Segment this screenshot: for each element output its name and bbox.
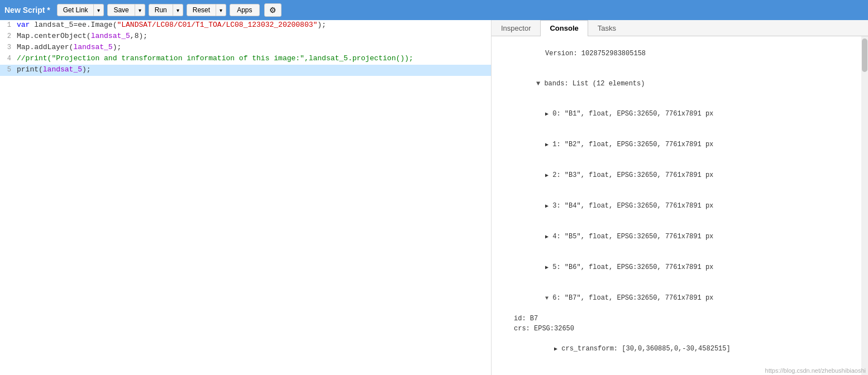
band-4-text: 4: "B5", float, EPSG:32650, 7761x7891 px xyxy=(552,233,713,241)
tab-tasks[interactable]: Tasks xyxy=(588,20,626,36)
scrollbar[interactable] xyxy=(861,36,868,375)
save-group: Save ▾ xyxy=(107,4,145,16)
band-3-toggle[interactable] xyxy=(545,202,549,210)
line-content-5: print(landsat_5); xyxy=(17,65,491,74)
line-number-4: 4 xyxy=(0,54,17,62)
band-0-text: 0: "B1", float, EPSG:32650, 7761x7891 px xyxy=(552,110,713,118)
band-3-line[interactable]: 3: "B4", float, EPSG:32650, 7761x7891 px xyxy=(496,191,857,222)
band-1-text: 1: "B2", float, EPSG:32650, 7761x7891 px xyxy=(552,141,713,148)
band-1-line[interactable]: 1: "B2", float, EPSG:32650, 7761x7891 px xyxy=(496,129,857,160)
band-2-line[interactable]: 2: "B3", float, EPSG:32650, 7761x7891 px xyxy=(496,160,857,191)
tab-console[interactable]: Console xyxy=(540,20,588,36)
save-button[interactable]: Save xyxy=(107,4,135,16)
band-6-crs-transform-label: crs_transform: [30,0,360885,0,-30,458251… xyxy=(561,345,730,353)
line-content-2: Map.centerObject(landsat_5,8); xyxy=(17,32,491,40)
band-2-toggle[interactable] xyxy=(545,171,549,179)
band-6-crs: crs: EPSG:32650 xyxy=(496,324,857,334)
line-number-5: 5 xyxy=(0,65,17,74)
band-4-toggle[interactable] xyxy=(545,233,549,241)
band-5-text: 5: "B6", float, EPSG:32650, 7761x7891 px xyxy=(552,263,713,271)
line-content-4: //print("Projection and transformation i… xyxy=(17,54,491,62)
band-3-text: 3: "B4", float, EPSG:32650, 7761x7891 px xyxy=(552,202,713,210)
bands-toggle-icon[interactable]: ▼ xyxy=(536,80,544,88)
band-6-crs-transform-toggle[interactable] xyxy=(554,345,557,353)
line-content-1: var landsat_5=ee.Image("LANDSAT/LC08/C01… xyxy=(17,21,491,29)
band-6-header[interactable]: ▼ 6: "B7", float, EPSG:32650, 7761x7891 … xyxy=(496,283,857,314)
right-panel: Inspector Console Tasks Version: 1028752… xyxy=(492,20,868,375)
code-line-5: 5 print(landsat_5); xyxy=(0,65,491,76)
watermark: https://blog.csdn.net/zhebushibiaoshi xyxy=(765,367,866,374)
bands-label: bands: List (12 elements) xyxy=(544,80,645,88)
version-text: Version: 1028752983805158 xyxy=(545,50,646,57)
code-line-3: 3 Map.addLayer(landsat_5); xyxy=(0,42,491,54)
band-6-text: 6: "B7", float, EPSG:32650, 7761x7891 px xyxy=(552,294,713,302)
band-2-text: 2: "B3", float, EPSG:32650, 7761x7891 px xyxy=(552,171,713,179)
version-line: Version: 1028752983805158 xyxy=(496,39,857,69)
line-number-3: 3 xyxy=(0,43,17,51)
line-number-2: 2 xyxy=(0,32,17,40)
band-0-toggle[interactable] xyxy=(545,110,549,118)
get-link-button[interactable]: Get Link xyxy=(57,4,94,16)
tab-inspector[interactable]: Inspector xyxy=(492,20,540,36)
line-number-1: 1 xyxy=(0,21,17,29)
reset-arrow[interactable]: ▾ xyxy=(216,4,226,16)
gear-button[interactable]: ⚙ xyxy=(264,3,282,17)
reset-button[interactable]: Reset xyxy=(187,4,216,16)
reset-group: Reset ▾ xyxy=(187,4,226,16)
band-1-toggle[interactable] xyxy=(545,141,549,148)
apps-button[interactable]: Apps xyxy=(230,4,259,16)
band-5-line[interactable]: 5: "B6", float, EPSG:32650, 7761x7891 px xyxy=(496,252,857,283)
scrollbar-thumb[interactable] xyxy=(862,39,867,72)
main-container: 1 var landsat_5=ee.Image("LANDSAT/LC08/C… xyxy=(0,20,868,375)
band-6-crs-transform[interactable]: crs_transform: [30,0,360885,0,-30,458251… xyxy=(496,334,857,364)
bands-header[interactable]: ▼ bands: List (12 elements) xyxy=(496,69,857,99)
band-4-line[interactable]: 4: "B5", float, EPSG:32650, 7761x7891 px xyxy=(496,222,857,252)
run-group: Run ▾ xyxy=(149,4,183,16)
code-line-2: 2 Map.centerObject(landsat_5,8); xyxy=(0,31,491,42)
get-link-arrow[interactable]: ▾ xyxy=(94,4,104,16)
code-editor[interactable]: 1 var landsat_5=ee.Image("LANDSAT/LC08/C… xyxy=(0,20,492,375)
script-title: New Script * xyxy=(4,6,50,15)
tabs-bar: Inspector Console Tasks xyxy=(492,20,868,36)
code-line-1: 1 var landsat_5=ee.Image("LANDSAT/LC08/C… xyxy=(0,20,491,31)
get-link-group: Get Link ▾ xyxy=(57,4,104,16)
band-0-line[interactable]: 0: "B1", float, EPSG:32650, 7761x7891 px xyxy=(496,99,857,129)
code-line-4: 4 //print("Projection and transformation… xyxy=(0,54,491,65)
console-content: Version: 1028752983805158 ▼ bands: List … xyxy=(492,36,861,375)
save-arrow[interactable]: ▾ xyxy=(135,4,145,16)
band-6-id: id: B7 xyxy=(496,314,857,324)
band-6-toggle-icon[interactable]: ▼ xyxy=(545,295,549,301)
toolbar: New Script * Get Link ▾ Save ▾ Run ▾ Res… xyxy=(0,0,868,20)
run-arrow[interactable]: ▾ xyxy=(173,4,183,16)
band-5-toggle[interactable] xyxy=(545,263,549,271)
line-content-3: Map.addLayer(landsat_5); xyxy=(17,43,491,51)
run-button[interactable]: Run xyxy=(149,4,173,16)
